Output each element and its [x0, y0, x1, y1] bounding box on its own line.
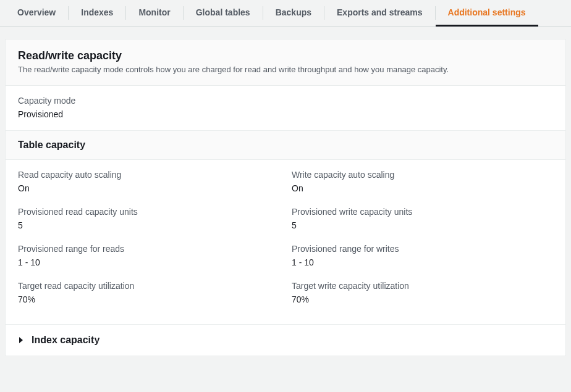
write-auto-scaling-value: On — [292, 183, 553, 193]
read-range-value: 1 - 10 — [18, 257, 279, 267]
write-column: Write capacity auto scaling On Provision… — [279, 170, 553, 318]
read-util-label: Target read capacity utilization — [18, 281, 279, 291]
write-units-value: 5 — [292, 220, 553, 230]
capacity-mode-label: Capacity mode — [18, 96, 553, 106]
read-units-label: Provisioned read capacity units — [18, 207, 279, 217]
tabs-bar: Overview Indexes Monitor Global tables B… — [0, 0, 571, 27]
read-range-label: Provisioned range for reads — [18, 244, 279, 254]
read-util-value: 70% — [18, 294, 279, 304]
index-capacity-toggle[interactable]: Index capacity — [6, 324, 565, 356]
caret-right-icon — [18, 337, 24, 343]
write-auto-scaling-label: Write capacity auto scaling — [292, 170, 553, 180]
panel-description: The read/write capacity mode controls ho… — [18, 65, 553, 74]
tab-backups[interactable]: Backups — [263, 0, 324, 26]
tab-indexes[interactable]: Indexes — [69, 0, 125, 26]
write-util-label: Target write capacity utilization — [292, 281, 553, 291]
svg-marker-0 — [19, 337, 23, 343]
read-auto-scaling-label: Read capacity auto scaling — [18, 170, 279, 180]
tab-global-tables[interactable]: Global tables — [184, 0, 263, 26]
read-auto-scaling-value: On — [18, 183, 279, 193]
panel-header: Read/write capacity The read/write capac… — [6, 40, 565, 86]
table-capacity-title: Table capacity — [18, 140, 553, 151]
table-capacity-body: Read capacity auto scaling On Provisione… — [6, 160, 565, 324]
read-units-value: 5 — [18, 220, 279, 230]
tab-exports-streams[interactable]: Exports and streams — [324, 0, 435, 26]
capacity-mode-value: Provisioned — [18, 109, 553, 119]
capacity-mode-section: Capacity mode Provisioned — [6, 86, 565, 130]
index-capacity-title: Index capacity — [32, 335, 99, 346]
table-capacity-header: Table capacity — [6, 130, 565, 160]
write-range-value: 1 - 10 — [292, 257, 553, 267]
write-range-label: Provisioned range for writes — [292, 244, 553, 254]
tab-overview[interactable]: Overview — [5, 0, 68, 26]
capacity-panel: Read/write capacity The read/write capac… — [5, 39, 566, 356]
read-column: Read capacity auto scaling On Provisione… — [18, 170, 279, 318]
tab-additional-settings[interactable]: Additional settings — [436, 0, 538, 26]
panel-title: Read/write capacity — [18, 49, 553, 62]
tab-monitor[interactable]: Monitor — [126, 0, 182, 26]
write-util-value: 70% — [292, 294, 553, 304]
write-units-label: Provisioned write capacity units — [292, 207, 553, 217]
